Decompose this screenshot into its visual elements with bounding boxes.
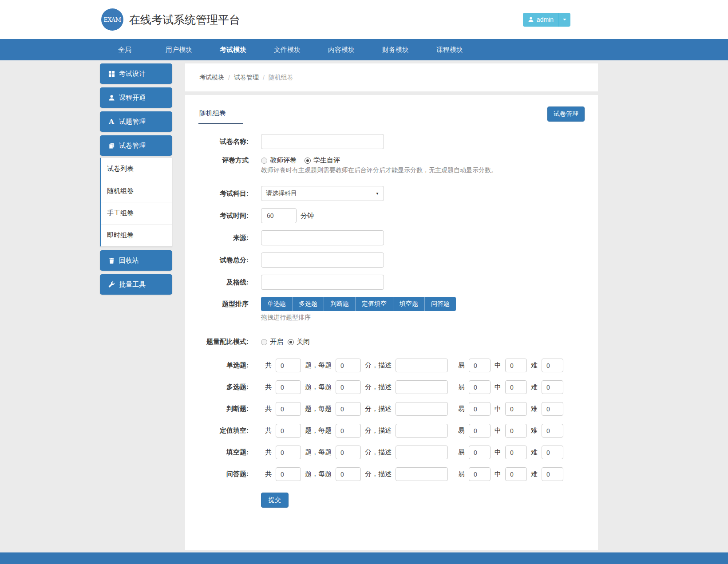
submenu-item-manual-paper[interactable]: 手工组卷: [101, 202, 172, 224]
count-input[interactable]: [276, 359, 301, 372]
grading-option-student[interactable]: 学生自评: [305, 156, 340, 165]
sidebar-item-question-manage[interactable]: A 试题管理: [100, 111, 172, 132]
count-input[interactable]: [276, 467, 301, 481]
medium-count-input[interactable]: [505, 424, 527, 438]
sort-item-fill-blank[interactable]: 填空题: [393, 297, 424, 311]
subject-select-value: 请选择科目: [266, 189, 297, 197]
paper-copy-icon: [108, 142, 115, 149]
total-score-input[interactable]: [261, 252, 384, 268]
medium-count-input[interactable]: [505, 359, 527, 372]
user-button-main[interactable]: admin: [523, 13, 558, 27]
sort-item-fixed-blank[interactable]: 定值填空: [355, 297, 393, 311]
score-input[interactable]: [336, 380, 361, 394]
desc-input[interactable]: [396, 359, 448, 372]
nav-item-content-module[interactable]: 内容模块: [314, 39, 368, 60]
question-config-row-multi-choice: 多选题: 共 题，每题 分，描述 易 中 难: [198, 380, 585, 394]
random-paper-form: 试卷名称: 评卷方式 教师评卷 学生自评 教师评卷时有主观题则需要教师在后台评分…: [198, 124, 585, 508]
easy-count-input[interactable]: [469, 402, 491, 416]
desc-input[interactable]: [396, 446, 448, 459]
desc-input[interactable]: [396, 380, 448, 394]
nav-item-exam-module[interactable]: 考试模块: [206, 39, 260, 60]
easy-count-input[interactable]: [469, 467, 491, 481]
desc-input[interactable]: [396, 467, 448, 481]
user-menu-button[interactable]: admin: [523, 13, 570, 27]
paper-name-input[interactable]: [261, 134, 384, 149]
sidebar-item-exam-design[interactable]: 考试设计: [100, 63, 172, 84]
sort-item-qa[interactable]: 问答题: [424, 297, 456, 311]
nav-item-global[interactable]: 全局: [98, 39, 152, 60]
question-type-label: 多选题:: [198, 383, 249, 391]
total-score-label: 试卷总分:: [198, 256, 249, 264]
hard-count-input[interactable]: [542, 424, 563, 438]
sort-item-multi-choice[interactable]: 多选题: [292, 297, 324, 311]
question-config-row-true-false: 判断题: 共 题，每题 分，描述 易 中 难: [198, 402, 585, 416]
submit-button[interactable]: 提交: [261, 493, 289, 508]
medium-count-input[interactable]: [505, 467, 527, 481]
wrench-icon: [108, 281, 115, 288]
submenu-item-paper-list[interactable]: 试卷列表: [101, 158, 172, 180]
submenu-item-instant-paper[interactable]: 即时组卷: [101, 224, 172, 246]
medium-count-input[interactable]: [505, 402, 527, 416]
sidebar-item-course-open[interactable]: 课程开通: [100, 87, 172, 108]
score-input[interactable]: [336, 402, 361, 416]
hard-count-input[interactable]: [542, 446, 563, 459]
breadcrumb-item-current: 随机组卷: [269, 74, 293, 82]
score-input[interactable]: [336, 446, 361, 459]
paper-manage-button[interactable]: 试卷管理: [547, 106, 585, 122]
tab-random-paper[interactable]: 随机组卷: [198, 106, 243, 124]
user-dropdown-toggle[interactable]: [558, 13, 570, 27]
nav-item-course-module[interactable]: 课程模块: [423, 39, 477, 60]
submenu-item-random-paper[interactable]: 随机组卷: [101, 180, 172, 202]
question-type-label: 单选题:: [198, 361, 249, 370]
pass-line-input[interactable]: [261, 275, 384, 290]
question-type-label: 填空题:: [198, 448, 249, 457]
type-sort-help: 拖拽进行题型排序: [261, 314, 585, 322]
count-input[interactable]: [276, 402, 301, 416]
hard-count-input[interactable]: [542, 380, 563, 394]
question-type-label: 问答题:: [198, 470, 249, 478]
count-input[interactable]: [276, 380, 301, 394]
score-input[interactable]: [336, 359, 361, 372]
paper-name-label: 试卷名称:: [198, 138, 249, 146]
count-input[interactable]: [276, 446, 301, 459]
sidebar-item-label: 批量工具: [119, 280, 146, 289]
subject-select[interactable]: 请选择科目 ▼: [261, 186, 384, 201]
desc-input[interactable]: [396, 402, 448, 416]
medium-count-input[interactable]: [505, 446, 527, 459]
nav-item-user-module[interactable]: 用户模块: [152, 39, 206, 60]
count-input[interactable]: [276, 424, 301, 438]
sidebar-item-recycle-bin[interactable]: 回收站: [100, 250, 172, 271]
easy-count-input[interactable]: [469, 359, 491, 372]
breadcrumb-item[interactable]: 考试模块: [199, 74, 224, 82]
paper-manage-submenu: 试卷列表 随机组卷 手工组卷 即时组卷: [100, 158, 172, 247]
hard-count-input[interactable]: [542, 359, 563, 372]
grading-option-teacher[interactable]: 教师评卷: [261, 156, 297, 165]
score-input[interactable]: [336, 424, 361, 438]
subject-label: 考试科目:: [198, 189, 249, 198]
desc-input[interactable]: [396, 424, 448, 438]
medium-count-input[interactable]: [505, 380, 527, 394]
sidebar-item-paper-manage[interactable]: 试卷管理: [100, 135, 172, 156]
easy-count-input[interactable]: [469, 424, 491, 438]
breadcrumb-item[interactable]: 试卷管理: [234, 74, 259, 82]
sort-item-single-choice[interactable]: 单选题: [261, 297, 292, 311]
radio-icon: [261, 158, 267, 164]
duration-unit: 分钟: [301, 212, 314, 220]
ratio-option-off[interactable]: 关闭: [288, 338, 310, 346]
source-input[interactable]: [261, 230, 384, 245]
ratio-option-on[interactable]: 开启: [261, 338, 283, 346]
hard-count-input[interactable]: [542, 402, 563, 416]
sidebar-item-label: 课程开通: [119, 94, 146, 102]
sidebar-item-batch-tools[interactable]: 批量工具: [100, 274, 172, 295]
nav-item-file-module[interactable]: 文件模块: [260, 39, 314, 60]
nav-item-finance-module[interactable]: 财务模块: [368, 39, 423, 60]
sort-item-true-false[interactable]: 判断题: [324, 297, 355, 311]
hard-count-input[interactable]: [542, 467, 563, 481]
radio-icon: [305, 158, 311, 164]
score-input[interactable]: [336, 467, 361, 481]
easy-count-input[interactable]: [469, 446, 491, 459]
question-config-row-fixed-blank: 定值填空: 共 题，每题 分，描述 易 中 难: [198, 424, 585, 438]
brand: EXAM 在线考试系统管理平台: [101, 8, 240, 31]
easy-count-input[interactable]: [469, 380, 491, 394]
duration-input[interactable]: [261, 208, 297, 223]
